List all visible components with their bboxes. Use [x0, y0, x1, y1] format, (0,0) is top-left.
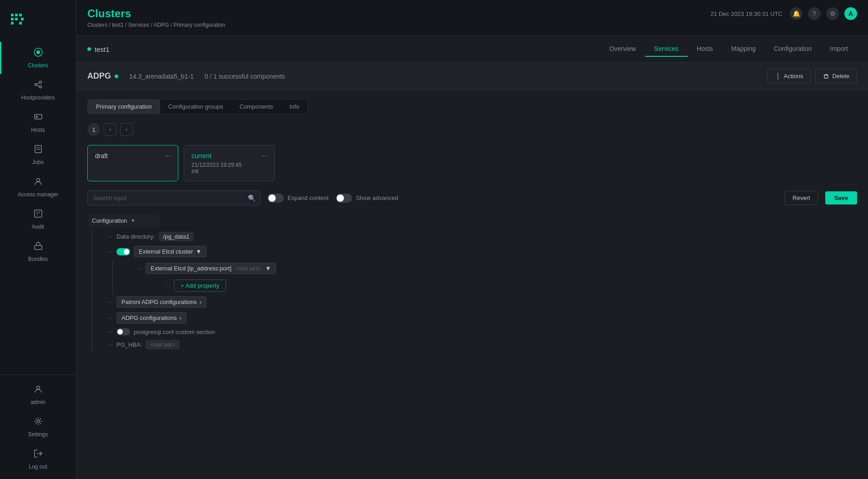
- show-advanced-label: Show advanced: [356, 195, 398, 201]
- actions-button-label: Actions: [784, 73, 803, 80]
- breadcrumb: Clusters / test1 / Services / ADPG / Pri…: [87, 22, 225, 28]
- config-tree: Configuration ▼ Data directory: /pg_data…: [87, 215, 857, 352]
- version-menu-draft[interactable]: ···: [165, 152, 171, 160]
- sidebar-item-clusters[interactable]: Clusters: [0, 42, 76, 74]
- version-card-note: init: [192, 168, 267, 175]
- config-tab-components[interactable]: Components: [232, 100, 282, 114]
- postgresql-conf-toggle[interactable]: [116, 328, 130, 335]
- svg-rect-4: [15, 14, 18, 16]
- tab-import[interactable]: Import: [821, 41, 857, 57]
- version-next-button[interactable]: ›: [120, 123, 133, 136]
- user-avatar[interactable]: A: [844, 7, 857, 20]
- settings-icon-top[interactable]: ⚙: [826, 7, 839, 20]
- svg-rect-16: [35, 115, 42, 119]
- svg-rect-7: [19, 22, 22, 25]
- expand-content-toggle-wrap: Expand content: [267, 194, 328, 203]
- service-bar: ADPG 14.3_arenadata5_b1-1 0 / 1 successf…: [76, 63, 868, 90]
- sidebar-item-jobs[interactable]: Jobs: [0, 139, 76, 171]
- tab-services[interactable]: Services: [645, 41, 688, 57]
- external-etcd-ip-dropdown[interactable]: External Etcd [ip_address:port] <not set…: [146, 263, 276, 274]
- sidebar-item-label-access-manager: Access manager: [18, 191, 58, 198]
- svg-point-30: [777, 75, 778, 76]
- svg-point-11: [35, 84, 37, 86]
- version-card-current-label: current ···: [192, 152, 267, 160]
- svg-line-14: [37, 83, 39, 84]
- external-etcd-dropdown[interactable]: External Etcd cluster ▼: [134, 246, 207, 257]
- svg-rect-25: [35, 245, 42, 249]
- svg-rect-6: [19, 14, 22, 16]
- delete-button[interactable]: Delete: [815, 69, 857, 83]
- sidebar-item-label-hosts: Hosts: [31, 127, 45, 133]
- config-tab-primary[interactable]: Primary configuration: [88, 100, 160, 114]
- svg-rect-8: [21, 18, 24, 20]
- expand-content-toggle[interactable]: [267, 194, 284, 203]
- external-etcd-label: External Etcd cluster: [139, 248, 193, 255]
- sidebar-item-bundles[interactable]: Bundles: [0, 235, 76, 268]
- tab-mapping[interactable]: Mapping: [722, 41, 765, 57]
- service-status-dot: [115, 75, 118, 78]
- svg-point-27: [37, 420, 40, 423]
- search-input[interactable]: [87, 190, 260, 205]
- tab-overview[interactable]: Overview: [600, 41, 645, 57]
- notification-icon[interactable]: 🔔: [790, 7, 802, 20]
- current-label-text: current: [192, 152, 212, 160]
- sidebar-item-hostproviders[interactable]: Hostproviders: [0, 74, 76, 106]
- svg-rect-3: [11, 22, 14, 25]
- data-directory-row: Data directory: /pg_data1: [102, 230, 857, 244]
- patroni-adpg-btn[interactable]: Patroni ADPG configurations ›: [116, 296, 207, 308]
- draft-label-text: draft: [95, 152, 108, 160]
- topbar: Clusters Clusters / test1 / Services / A…: [76, 0, 868, 36]
- show-advanced-toggle[interactable]: [336, 194, 352, 203]
- postgresql-conf-label: postgresql.conf custom section: [134, 329, 215, 335]
- version-card-draft[interactable]: draft ···: [87, 145, 178, 181]
- topbar-icons: 🔔 ? ⚙ A: [790, 7, 857, 20]
- tab-hosts[interactable]: Hosts: [688, 41, 722, 57]
- content-area: Primary configuration Configuration grou…: [76, 90, 868, 479]
- version-prev-button[interactable]: ‹: [104, 123, 116, 136]
- page-title: Clusters: [87, 7, 225, 20]
- version-card-date: 21/12/2023 19:29:45: [192, 162, 267, 168]
- sidebar-item-label-settings: Settings: [28, 431, 48, 438]
- add-property-label: + Add property: [181, 282, 219, 289]
- sidebar-item-label-jobs: Jobs: [32, 159, 44, 165]
- delete-icon: [823, 73, 829, 80]
- sidebar-item-logout[interactable]: Log out: [0, 443, 76, 475]
- version-number: 1: [87, 123, 100, 136]
- tab-configuration[interactable]: Configuration: [765, 41, 821, 57]
- version-card-current[interactable]: current ··· 21/12/2023 19:29:45 init: [184, 145, 275, 181]
- config-tab-info[interactable]: Info: [281, 100, 308, 114]
- external-etcd-toggle[interactable]: [116, 248, 130, 255]
- sidebar-item-access-manager[interactable]: Access manager: [0, 171, 76, 203]
- save-button[interactable]: Save: [825, 191, 857, 205]
- external-etcd-cluster-row: External Etcd cluster ▼: [102, 244, 857, 259]
- data-directory-value: /pg_data1: [159, 232, 194, 241]
- adpg-configurations-arrow: ›: [179, 314, 181, 321]
- sidebar-item-settings[interactable]: Settings: [0, 411, 76, 443]
- svg-rect-1: [11, 14, 14, 16]
- section-chevron-icon: ▼: [131, 218, 135, 223]
- svg-point-31: [777, 78, 778, 79]
- actions-button[interactable]: Actions: [767, 69, 811, 83]
- add-property-button[interactable]: + Add property: [174, 279, 226, 292]
- adpg-configurations-label: ADPG configurations: [121, 314, 177, 321]
- patroni-adpg-row: Patroni ADPG configurations ›: [102, 294, 857, 310]
- settings-icon: [33, 416, 43, 429]
- service-name-text: ADPG: [87, 71, 111, 81]
- external-etcd-cluster-section: External Etcd cluster ▼ External Etcd [i…: [102, 244, 857, 294]
- version-menu-current[interactable]: ···: [261, 152, 267, 160]
- cluster-status-dot: [87, 47, 91, 51]
- audit-icon: [33, 209, 43, 221]
- sidebar-item-label-hostproviders: Hostproviders: [21, 95, 55, 101]
- hostproviders-icon: [33, 80, 43, 92]
- sidebar-item-audit[interactable]: Audit: [0, 203, 76, 235]
- config-tab-groups[interactable]: Configuration groups: [160, 100, 232, 114]
- sidebar-item-label-logout: Log out: [29, 464, 47, 470]
- revert-button[interactable]: Revert: [785, 191, 818, 205]
- access-manager-icon: [33, 176, 43, 189]
- sidebar-item-hosts[interactable]: Hosts: [0, 106, 76, 139]
- adpg-configurations-btn[interactable]: ADPG configurations ›: [116, 312, 187, 324]
- add-property-section: + Add property: [141, 277, 857, 294]
- config-section-header[interactable]: Configuration ▼: [87, 215, 160, 227]
- sidebar-item-admin[interactable]: admin: [0, 379, 76, 411]
- help-icon[interactable]: ?: [808, 7, 821, 20]
